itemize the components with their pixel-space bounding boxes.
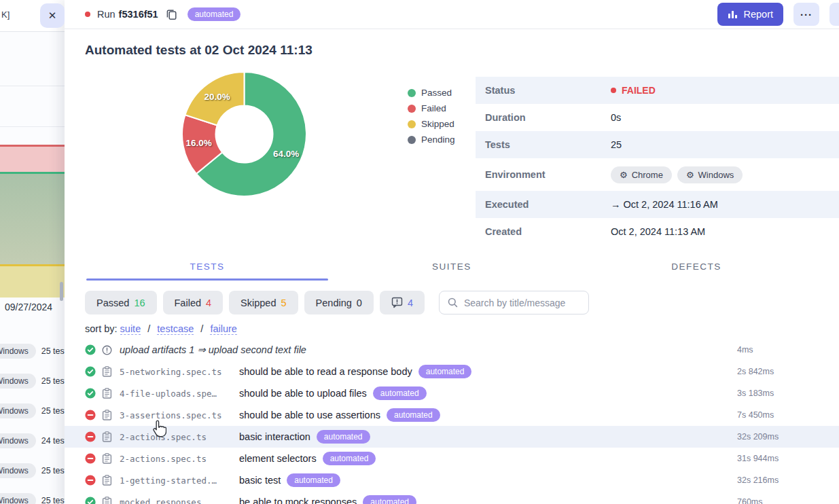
sort-link-suite[interactable]: suite [120, 323, 141, 335]
test-row[interactable]: 1-getting-started.…basic testautomated32… [65, 469, 839, 491]
summary-label: Status [476, 85, 611, 96]
filter-label: Pending [316, 298, 352, 308]
close-panel-button[interactable]: ✕ [40, 3, 65, 28]
run-list-item[interactable]: Windows25 tests [0, 401, 65, 420]
test-row[interactable]: 3-assertions.spec.tsshould be able to us… [65, 404, 839, 426]
filter-count: 16 [134, 298, 145, 308]
legend-item-skipped[interactable]: Skipped [408, 116, 455, 132]
clipboard-icon [102, 475, 120, 486]
test-file-name: 2-actions.spec.ts [120, 432, 239, 442]
test-title-text: element selectors [239, 453, 317, 464]
passed-area [0, 172, 65, 264]
automated-badge: automated [387, 408, 440, 422]
chip-label: Windows [698, 170, 734, 180]
run-test-count: 25 tests [41, 346, 65, 356]
test-row[interactable]: 2-actions.spec.tsbasic interactionautoma… [65, 426, 839, 448]
sort-separator: / [145, 323, 153, 334]
test-title-text: should be able to read a response body [239, 366, 412, 377]
run-test-count: 24 tests [41, 436, 65, 446]
test-file-name: mocked responses [120, 497, 239, 504]
tab-defects[interactable]: DEFECTS [574, 255, 819, 281]
test-duration: 4ms [737, 345, 839, 355]
test-row[interactable]: mocked responsesbe able to mock response… [65, 491, 839, 504]
summary-label: Duration [476, 112, 611, 123]
filter-button-skipped[interactable]: Skipped5 [229, 291, 298, 314]
run-detail-panel: Run f5316f51 automated Report ··· Automa… [65, 0, 839, 504]
test-file-name: 3-assertions.spec.ts [120, 410, 239, 420]
legend-item-failed[interactable]: Failed [408, 101, 455, 116]
clipboard-icon [102, 497, 120, 504]
search-input[interactable] [464, 298, 580, 308]
scrollbar-thumb[interactable] [60, 282, 63, 301]
filter-button-passed[interactable]: Passed16 [85, 291, 157, 314]
filter-button-comments[interactable]: 4 [380, 291, 425, 314]
report-button-label: Report [743, 9, 773, 20]
shortcut-hint: K] [1, 10, 10, 20]
automated-badge: automated [373, 386, 427, 400]
copy-icon[interactable] [166, 9, 177, 20]
test-row[interactable]: 2-actions.spec.tselement selectorsautoma… [65, 448, 839, 469]
failed-status-icon [85, 453, 102, 464]
automated-badge: automated [418, 365, 472, 378]
summary-label: Tests [476, 139, 611, 150]
run-list-item[interactable]: Windows25 tests [0, 342, 65, 360]
environment-chip-chrome[interactable]: ⚙Chrome [611, 166, 672, 183]
test-file-name: 4-file-uploads.spe… [120, 389, 239, 399]
partial-button[interactable] [829, 3, 839, 26]
test-title: element selectorsautomated [239, 452, 737, 465]
tab-suites[interactable]: SUITES [329, 255, 574, 281]
bar-chart-icon [728, 10, 738, 19]
automated-badge: automated [363, 495, 416, 504]
environment-pill: Windows [0, 463, 36, 478]
run-label: Run [97, 9, 115, 20]
filter-button-failed[interactable]: Failed4 [163, 291, 224, 314]
tab-bar: TESTSSUITESDEFECTS [65, 255, 839, 281]
summary-row-created: CreatedOct 2, 2024 11:13 AM [476, 218, 839, 245]
legend-label: Passed [421, 88, 452, 98]
test-title-text: basic interaction [239, 431, 310, 442]
passed-status-icon [85, 366, 102, 377]
search-box[interactable] [439, 291, 589, 314]
automated-badge: automated [188, 7, 241, 21]
run-list-item[interactable]: Windows25 tests [0, 491, 65, 504]
more-actions-button[interactable]: ··· [793, 3, 819, 26]
filter-button-pending[interactable]: Pending0 [304, 291, 374, 314]
summary-label: Executed [476, 199, 611, 210]
test-row[interactable]: 4-file-uploads.spe…should be able to upl… [65, 382, 839, 404]
test-title: should be able to upload filesautomated [239, 386, 737, 400]
run-test-count: 25 tests [41, 376, 65, 386]
run-list-item[interactable]: Windows25 tests [0, 461, 65, 480]
failed-status-icon [85, 431, 102, 442]
tab-tests[interactable]: TESTS [85, 255, 329, 281]
run-test-count: 25 tests [41, 406, 65, 416]
page-title: Automated tests at 02 Oct 2024 11:13 [65, 29, 839, 59]
run-list-item[interactable]: Windows25 tests [0, 372, 65, 390]
test-retry-text: upload artifacts 1 ⇒ upload second text … [120, 344, 737, 355]
sort-link-testcase[interactable]: testcase [157, 323, 194, 335]
failed-status-icon [85, 410, 102, 420]
test-title: be able to mock responsesautomated [239, 495, 737, 504]
failed-area [0, 145, 65, 172]
test-duration: 2s 842ms [737, 367, 839, 376]
run-list-item[interactable]: Windows24 tests [0, 431, 65, 450]
test-duration: 32s 209ms [737, 432, 839, 442]
donut-slice-label: 20.0% [204, 92, 230, 102]
automated-badge: automated [317, 430, 370, 444]
legend-dot [408, 120, 416, 128]
test-row[interactable]: 5-networking.spec.tsshould be able to re… [65, 361, 839, 382]
legend-dot [408, 105, 416, 113]
legend-item-pending[interactable]: Pending [408, 132, 455, 147]
environment-pill: Windows [0, 403, 36, 418]
environment-chip-windows[interactable]: ⚙Windows [677, 166, 743, 183]
test-title-text: be able to mock responses [239, 497, 357, 504]
test-row[interactable]: upload artifacts 1 ⇒ upload second text … [65, 339, 839, 361]
test-list: upload artifacts 1 ⇒ upload second text … [65, 339, 839, 504]
legend-item-passed[interactable]: Passed [408, 85, 455, 101]
sort-link-failure[interactable]: failure [210, 323, 237, 335]
environment-pill: Windows [0, 493, 36, 504]
report-button[interactable]: Report [717, 3, 783, 26]
test-title: basic interactionautomated [239, 430, 737, 444]
environment-pill: Windows [0, 433, 36, 448]
test-title: basic testautomated [239, 473, 737, 487]
test-title: should be able to use assertionsautomate… [239, 408, 737, 422]
